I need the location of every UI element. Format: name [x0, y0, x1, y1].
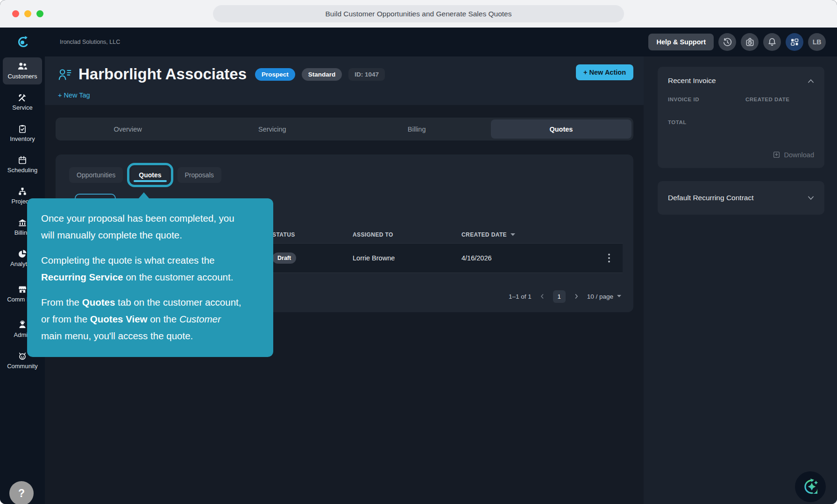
tooltip-paragraph: Once your proposal has been completed, y… [41, 210, 243, 244]
macos-titlebar: Build Customer Opportunities and Generat… [0, 0, 837, 28]
ai-assistant-button[interactable] [795, 471, 826, 502]
tab-quotes[interactable]: Quotes [491, 119, 631, 139]
customer-name: Harborlight Associates [78, 65, 247, 83]
sort-desc-icon [511, 233, 515, 236]
window-controls [12, 10, 43, 17]
history-icon[interactable] [718, 33, 736, 51]
pagination-range: 1–1 of 1 [509, 293, 532, 300]
notifications-icon[interactable] [763, 33, 781, 51]
app-window: Build Customer Opportunities and Generat… [0, 0, 837, 504]
close-window-button[interactable] [12, 10, 19, 17]
tab-billing[interactable]: Billing [347, 119, 487, 139]
sidebar-item-customers[interactable]: Customers [3, 57, 42, 84]
default-recurring-contract-card: Default Recurring Contract [658, 181, 824, 215]
total-label: TOTAL [668, 119, 814, 125]
tab-overview[interactable]: Overview [57, 119, 198, 139]
app-header: Ironclad Solutions, LLC Help & Support [0, 28, 837, 56]
column-header-created-date[interactable]: CREATED DATE [461, 231, 515, 238]
chevron-left-icon[interactable] [539, 293, 546, 300]
pagination: 1–1 of 1 1 10 / page [509, 289, 621, 303]
company-name: Ironclad Solutions, LLC [60, 28, 120, 56]
customers-icon [17, 62, 28, 71]
minimize-window-button[interactable] [24, 10, 31, 17]
community-icon [18, 351, 27, 361]
right-panel: Recent Invoice INVOICE ID CREATED DATE T… [644, 56, 837, 504]
sidebar-item-scheduling[interactable]: Scheduling [3, 151, 42, 178]
ai-assistant-icon [801, 477, 820, 496]
chevron-right-icon[interactable] [573, 293, 580, 300]
created-date-cell: 4/16/2026 [461, 254, 492, 262]
tooltip-paragraph: Completing the quote is what creates the… [41, 252, 243, 286]
window-title: Build Customer Opportunities and Generat… [213, 5, 624, 22]
column-header-status[interactable]: STATUS [272, 231, 295, 238]
help-support-button[interactable]: Help & Support [648, 34, 714, 50]
collapse-chevron-up-icon[interactable] [808, 79, 814, 83]
tutorial-highlight-ring: Quotes [127, 163, 173, 187]
chevron-down-icon [617, 295, 621, 298]
subtab-opportunities[interactable]: Opportunities [69, 167, 123, 183]
subtab-proposals[interactable]: Proposals [177, 167, 221, 183]
status-badge: Draft [272, 252, 296, 264]
comm-hub-icon [18, 285, 27, 294]
customer-header: Harborlight Associates Prospect Standard… [45, 56, 644, 105]
sidebar-item-service[interactable]: Service [3, 89, 42, 116]
time-clock-icon[interactable] [741, 33, 759, 51]
row-kebab-menu-icon[interactable] [604, 252, 614, 264]
tutorial-tooltip: Once your proposal has been completed, y… [27, 198, 273, 357]
per-page-select[interactable]: 10 / page [587, 293, 621, 300]
contract-title: Default Recurring Contract [668, 194, 754, 202]
projects-icon [18, 187, 27, 196]
assigned-to-cell: Lorrie Browne [353, 254, 395, 262]
created-date-label: CREATED DATE [745, 97, 789, 102]
quotes-subtabs: Opportunities Quotes Proposals [69, 167, 221, 183]
tab-servicing[interactable]: Servicing [202, 119, 342, 139]
download-button[interactable]: Download [773, 151, 815, 159]
billing-icon [18, 218, 27, 227]
person-list-icon [58, 68, 72, 81]
sidebar-item-inventory[interactable]: Inventory [3, 120, 42, 147]
recent-invoice-card: Recent Invoice INVOICE ID CREATED DATE T… [658, 67, 824, 168]
scheduling-icon [18, 155, 27, 165]
service-icon [18, 93, 27, 102]
column-header-assigned-to[interactable]: ASSIGNED TO [353, 231, 393, 238]
apps-grid-icon[interactable] [786, 33, 803, 51]
new-action-button[interactable]: + New Action [576, 64, 633, 80]
customer-tabs: Overview Servicing Billing Quotes [56, 118, 633, 140]
tooltip-paragraph: From the Quotes tab on the customer acco… [41, 294, 243, 344]
inventory-icon [18, 124, 27, 133]
prospect-badge: Prospect [255, 68, 295, 81]
help-fab-button[interactable]: ? [9, 481, 34, 504]
subtab-quotes[interactable]: Quotes [131, 167, 169, 183]
invoice-id-label: INVOICE ID [668, 97, 745, 102]
maximize-window-button[interactable] [36, 10, 43, 17]
page-number-button[interactable]: 1 [553, 290, 566, 303]
recent-invoice-title: Recent Invoice [668, 77, 716, 85]
customer-id: ID: 1047 [348, 68, 385, 81]
expand-chevron-down-icon[interactable] [808, 196, 814, 200]
tier-badge: Standard [302, 68, 342, 81]
company-logo-icon [17, 35, 30, 50]
analytics-icon [18, 249, 27, 259]
new-tag-button[interactable]: + New Tag [58, 91, 90, 99]
tooltip-arrow [138, 192, 149, 199]
download-icon [773, 151, 780, 159]
admin-icon [18, 320, 27, 329]
user-avatar[interactable]: LB [808, 33, 826, 51]
